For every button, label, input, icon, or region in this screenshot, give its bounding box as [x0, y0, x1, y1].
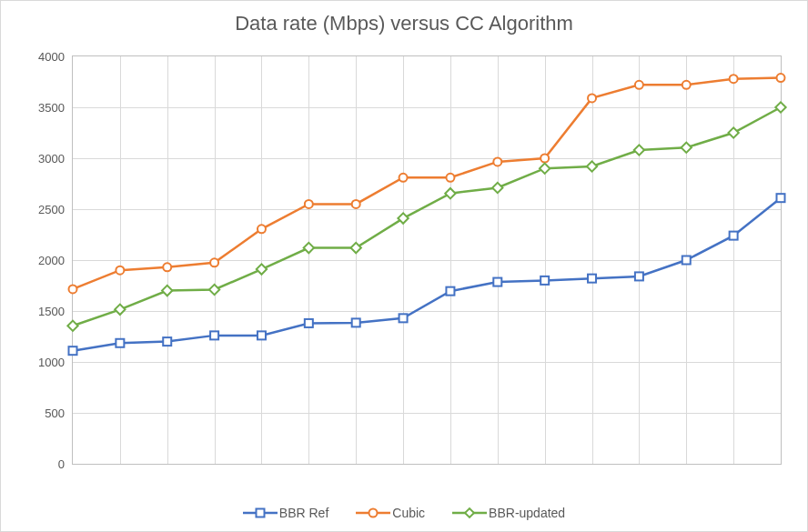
svg-rect-10 [540, 276, 549, 285]
svg-rect-46 [728, 127, 738, 137]
svg-point-16 [69, 285, 77, 293]
y-tick-label: 1500 [10, 305, 65, 318]
diamond-open-icon [452, 507, 487, 519]
svg-point-26 [540, 155, 549, 163]
svg-rect-43 [587, 161, 597, 171]
legend-label: BBR Ref [279, 506, 328, 520]
svg-rect-44 [634, 145, 644, 155]
series-line [73, 78, 781, 289]
legend-label: BBR-updated [489, 506, 565, 520]
y-tick-label: 0 [10, 457, 65, 471]
svg-rect-37 [304, 243, 314, 253]
legend-item-bbr-updated: BBR-updated [452, 506, 565, 520]
svg-rect-47 [775, 102, 785, 112]
circle-open-icon [356, 507, 390, 519]
svg-rect-41 [492, 183, 502, 193]
series-line [73, 107, 781, 326]
series-layer [73, 56, 781, 464]
legend-item-cubic: Cubic [356, 506, 425, 520]
svg-rect-36 [257, 264, 267, 274]
y-tick-label: 500 [10, 407, 65, 420]
svg-rect-33 [115, 305, 125, 315]
svg-rect-34 [162, 286, 172, 296]
chart-container: Data rate (Mbps) versus CC Algorithm 050… [0, 0, 808, 532]
svg-point-17 [116, 266, 124, 275]
svg-point-30 [730, 75, 738, 83]
svg-rect-53 [465, 508, 474, 517]
svg-rect-49 [256, 509, 264, 517]
plot-area [72, 55, 782, 465]
svg-point-21 [305, 200, 313, 208]
svg-rect-39 [398, 213, 408, 223]
svg-rect-4 [258, 331, 266, 339]
svg-point-27 [588, 94, 596, 102]
svg-rect-1 [116, 339, 124, 347]
svg-rect-42 [540, 164, 550, 174]
svg-rect-2 [163, 337, 171, 346]
series-line [73, 198, 781, 351]
svg-rect-7 [399, 314, 408, 322]
svg-rect-0 [69, 346, 77, 355]
y-tick-label: 3000 [10, 152, 65, 166]
svg-rect-6 [352, 318, 360, 326]
svg-rect-40 [445, 188, 455, 198]
svg-rect-45 [682, 143, 692, 153]
svg-rect-38 [351, 243, 361, 253]
legend-item-bbr-ref: BBR Ref [243, 506, 328, 520]
y-tick-label: 2000 [10, 254, 65, 267]
svg-point-25 [493, 157, 501, 166]
svg-rect-3 [210, 331, 218, 339]
square-open-icon [243, 507, 278, 519]
svg-rect-32 [67, 321, 77, 331]
svg-point-51 [369, 509, 378, 517]
y-tick-label: 1000 [10, 356, 65, 369]
svg-point-29 [682, 81, 691, 89]
legend: BBR Ref Cubic BBR-updated [1, 506, 807, 520]
svg-point-24 [446, 174, 454, 182]
svg-rect-11 [588, 275, 596, 283]
svg-rect-13 [682, 256, 691, 265]
y-tick-label: 3500 [10, 101, 65, 115]
chart-title: Data rate (Mbps) versus CC Algorithm [1, 12, 807, 35]
svg-rect-35 [209, 285, 219, 295]
svg-point-19 [210, 258, 218, 266]
svg-rect-5 [305, 319, 313, 327]
svg-point-20 [258, 225, 266, 233]
svg-rect-8 [446, 287, 454, 296]
svg-point-28 [635, 81, 643, 89]
y-tick-label: 4000 [10, 50, 65, 64]
svg-point-22 [352, 200, 360, 208]
svg-rect-9 [493, 278, 501, 286]
y-tick-label: 2500 [10, 203, 65, 216]
legend-label: Cubic [392, 506, 425, 520]
svg-point-31 [777, 74, 785, 82]
svg-rect-12 [635, 272, 643, 280]
svg-rect-15 [777, 194, 785, 202]
svg-point-18 [163, 263, 171, 271]
svg-point-23 [399, 174, 408, 182]
svg-rect-14 [730, 232, 738, 240]
